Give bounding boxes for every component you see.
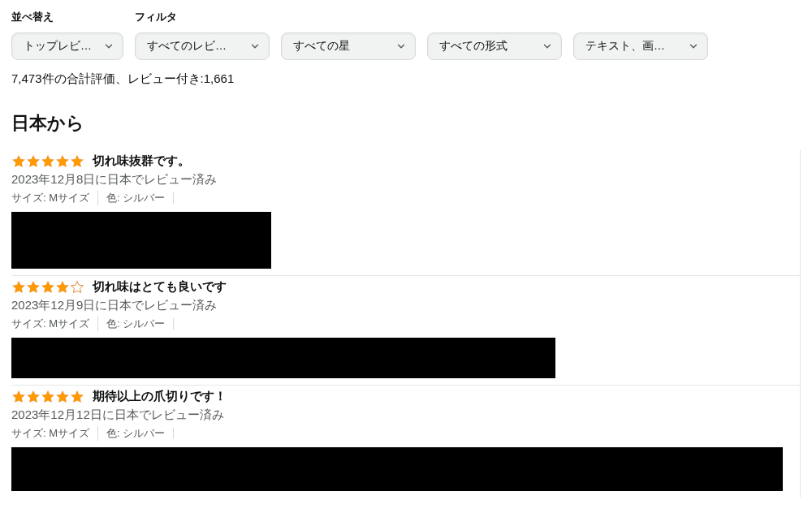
star-full-icon [11, 390, 26, 404]
ratings-summary: 7,473件の合計評価、レビュー付き:1,661 [11, 71, 801, 87]
reviewer-dropdown[interactable]: すべてのレビ… [135, 32, 270, 60]
attr-divider [173, 192, 182, 204]
format-column: すべての形式 [427, 32, 562, 60]
star-full-icon [41, 280, 55, 295]
rating-stars [11, 390, 84, 404]
rating-stars [11, 280, 84, 295]
star-full-icon [11, 280, 26, 295]
chevron-down-icon [688, 41, 699, 52]
review-date: 2023年12月9日に日本でレビュー済み [11, 298, 800, 313]
sort-dropdown[interactable]: トップレビ… [11, 32, 123, 60]
review-item: 期待以上の爪切りです！ 2023年12月12日に日本でレビュー済み サイズ: M… [11, 386, 801, 498]
format-dropdown-text: すべての形式 [439, 39, 542, 54]
review-attr-size: サイズ: Mサイズ [11, 426, 97, 441]
review-item: 切れ味抜群です。 2023年12月8日に日本でレビュー済み サイズ: Mサイズ … [11, 150, 801, 276]
chevron-down-icon [542, 41, 553, 52]
star-full-icon [26, 280, 41, 295]
review-title-link[interactable]: 切れ味はとても良いです [93, 279, 227, 295]
star-full-icon [26, 154, 41, 169]
filter-label: フィルタ [135, 10, 270, 24]
star-full-icon [11, 154, 26, 169]
star-empty-icon [70, 280, 84, 295]
filter-bar: 並べ替え トップレビ… フィルタ すべてのレビ… すべての星 すべての形式 テキ… [11, 10, 801, 60]
chevron-down-icon [103, 41, 114, 52]
media-dropdown-text: テキスト、画… [585, 39, 688, 54]
attr-divider [173, 318, 182, 330]
review-date: 2023年12月8日に日本でレビュー済み [11, 172, 800, 188]
star-dropdown[interactable]: すべての星 [281, 32, 416, 60]
review-attributes: サイズ: Mサイズ 色: シルバー [11, 317, 800, 331]
star-column: すべての星 [281, 32, 416, 60]
section-title: 日本から [11, 111, 801, 136]
redacted-body [11, 212, 271, 269]
media-dropdown[interactable]: テキスト、画… [573, 32, 708, 60]
redacted-body [11, 447, 783, 491]
star-full-icon [41, 154, 55, 169]
star-full-icon [55, 154, 70, 169]
star-full-icon [26, 390, 41, 404]
review-attributes: サイズ: Mサイズ 色: シルバー [11, 426, 800, 441]
review-attributes: サイズ: Mサイズ 色: シルバー [11, 191, 800, 205]
sort-label: 並べ替え [11, 10, 123, 24]
star-full-icon [70, 154, 84, 169]
review-item: 切れ味はとても良いです 2023年12月9日に日本でレビュー済み サイズ: Mサ… [11, 276, 801, 386]
chevron-down-icon [249, 41, 261, 52]
sort-dropdown-text: トップレビ… [24, 39, 103, 54]
review-title-link[interactable]: 期待以上の爪切りです！ [93, 389, 227, 404]
review-attr-color: 色: シルバー [97, 426, 173, 441]
review-title-link[interactable]: 切れ味抜群です。 [93, 153, 190, 169]
star-full-icon [55, 390, 70, 404]
media-column: テキスト、画… [573, 32, 708, 60]
star-full-icon [41, 390, 55, 404]
review-date: 2023年12月12日に日本でレビュー済み [11, 407, 800, 423]
star-full-icon [55, 280, 70, 295]
attr-divider [173, 428, 182, 439]
review-attr-size: サイズ: Mサイズ [11, 191, 97, 205]
review-attr-color: 色: シルバー [97, 317, 173, 331]
filter-column: フィルタ すべてのレビ… [135, 10, 270, 60]
review-attr-color: 色: シルバー [97, 191, 173, 205]
review-attr-size: サイズ: Mサイズ [11, 317, 97, 331]
rating-stars [11, 154, 84, 169]
format-dropdown[interactable]: すべての形式 [427, 32, 562, 60]
chevron-down-icon [395, 41, 407, 52]
reviewer-dropdown-text: すべてのレビ… [147, 39, 249, 54]
star-dropdown-text: すべての星 [293, 39, 395, 54]
star-full-icon [70, 390, 84, 404]
sort-column: 並べ替え トップレビ… [11, 10, 123, 60]
redacted-body [11, 338, 555, 378]
reviews-list: 切れ味抜群です。 2023年12月8日に日本でレビュー済み サイズ: Mサイズ … [11, 150, 801, 498]
